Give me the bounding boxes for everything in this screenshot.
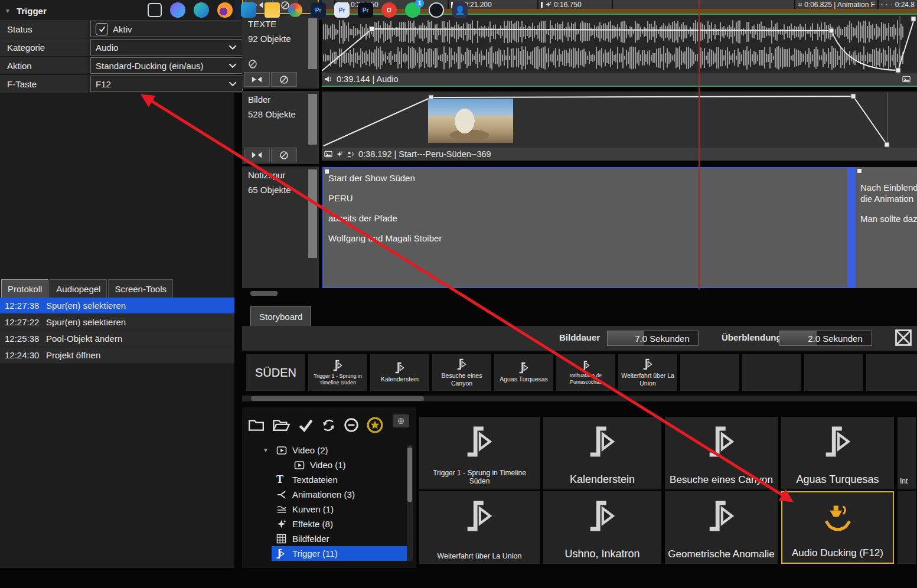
audio-clip-label[interactable]: 0:39.144 | Audio	[322, 73, 917, 86]
track-header-texte[interactable]: TEXTE 92 Objekte	[242, 15, 319, 89]
copilot-icon[interactable]	[170, 2, 185, 18]
open-folder-icon[interactable]	[272, 418, 291, 432]
animation-clip-marker[interactable]: 0:06.825 | Animation F	[795, 0, 877, 9]
clip-thumbnail[interactable]	[428, 99, 513, 143]
track-header-notizspur[interactable]: Notizspur 65 Objekte	[242, 166, 319, 288]
premiere-icon[interactable]: Pr	[311, 2, 326, 18]
scrollbar-thumb[interactable]	[407, 447, 412, 502]
new-folder-icon[interactable]	[248, 418, 265, 432]
track-solo-button[interactable]	[244, 148, 270, 162]
tree-scrollbar[interactable]	[407, 445, 413, 561]
playhead[interactable]	[699, 0, 700, 289]
clip-marker[interactable]: 0:24.8	[879, 0, 917, 9]
track-disable-button[interactable]	[271, 72, 297, 87]
pool-tile-kalenderstein[interactable]: Kalenderstein	[543, 417, 661, 489]
check-icon[interactable]	[298, 417, 314, 433]
pool-tile-weiterfahrt[interactable]: Weiterfahrt über La Union	[419, 491, 540, 564]
crossfade-off-icon[interactable]	[895, 329, 912, 347]
track-scrollbar[interactable]	[308, 94, 317, 145]
sync-icon[interactable]	[321, 418, 336, 433]
selection-handle[interactable]	[324, 169, 329, 174]
minus-circle-icon[interactable]	[344, 417, 359, 433]
status-checkbox-field[interactable]: Aktiv	[90, 21, 243, 37]
storyboard-item[interactable]: Aguas Turquesas	[494, 354, 553, 391]
storyboard-scrollbar[interactable]	[242, 396, 917, 401]
tree-item-trigger[interactable]: Trigger (11)	[272, 546, 412, 561]
storyboard-group-header[interactable]: SÜDEN	[246, 354, 305, 391]
scrollbar-thumb[interactable]	[251, 396, 424, 401]
tree-item-animationen[interactable]: Animationen (3)	[242, 487, 416, 502]
pool-tile-partial[interactable]: Int	[898, 417, 916, 489]
aktion-dropdown[interactable]: Standard-Ducking (ein/aus)	[90, 57, 243, 74]
log-entry[interactable]: 12:27:22Spur(en) selektieren	[0, 314, 234, 331]
ftaste-dropdown[interactable]: F12	[90, 76, 243, 92]
storyboard-item[interactable]: Besuche eines Canyon	[432, 354, 491, 391]
storyboard-empty-slot[interactable]	[866, 354, 917, 391]
track-header-bilder[interactable]: Bilder 528 Objekte	[242, 91, 319, 164]
tree-item-bildfelder[interactable]: Bildfelder	[242, 531, 416, 546]
mute-icon[interactable]	[248, 59, 257, 68]
pool-tile-geometrische[interactable]: Geometrische Anomalie	[665, 491, 778, 564]
tab-protokoll[interactable]: Protokoll	[1, 279, 48, 298]
audio-clip[interactable]: 0:39.144 | Audio	[322, 14, 917, 87]
log-entry[interactable]: 12:25:38Pool-Objekt ändern	[0, 331, 234, 347]
ueberblendung-input[interactable]: 2.0 Sekunden	[779, 331, 872, 346]
storyboard-item[interactable]: Trigger 1 - Sprung in Timeline Süden	[308, 354, 367, 391]
time-marker[interactable]: 0:16.750	[539, 0, 612, 9]
note-item[interactable]: Start der Show Süden PERU abseits der Pf…	[322, 167, 849, 288]
opacity-envelope[interactable]	[324, 96, 887, 146]
track-scrollbar[interactable]	[308, 18, 317, 69]
photos-icon[interactable]	[288, 3, 302, 17]
track-scrollbar[interactable]	[308, 169, 317, 258]
contacts-icon[interactable]: 👤	[452, 2, 468, 18]
storyboard-item[interactable]: Intihuatana de Pomascochas	[556, 354, 615, 391]
storyboard-empty-slot[interactable]	[804, 354, 863, 391]
image-clip[interactable]: 0:38.192 | Start---Peru-Süden--369	[322, 92, 917, 161]
file-explorer-icon[interactable]	[265, 2, 280, 18]
onedrive-icon[interactable]	[241, 2, 256, 18]
log-entry[interactable]: 12:27:38Spur(en) selektieren	[0, 298, 234, 314]
premiere-light-icon[interactable]: Pr	[334, 2, 350, 18]
tab-screen-tools[interactable]: Screen-Tools	[108, 279, 173, 298]
add-button[interactable]: ⊕	[393, 414, 409, 427]
storyboard-empty-slot[interactable]	[742, 354, 801, 391]
tree-item-textdateien[interactable]: T Textdateien	[242, 472, 416, 487]
dark-circle-app-icon[interactable]	[429, 2, 444, 18]
pool-tile-aguas-turquesas[interactable]: Aguas Turquesas	[781, 417, 894, 489]
track-disable-button[interactable]	[271, 148, 297, 162]
tree-item-video-2[interactable]: ▼ Video (2)	[242, 443, 416, 458]
storyboard-item[interactable]: Kalenderstein	[370, 354, 429, 391]
note-boundary-marker[interactable]	[849, 167, 856, 288]
expander-icon[interactable]: ▼	[263, 447, 269, 453]
pool-tile-audio-ducking[interactable]: Audio Ducking (F12)	[781, 491, 894, 564]
messenger-icon[interactable]: 1	[405, 2, 420, 18]
storyboard-empty-slot[interactable]	[680, 354, 739, 391]
tree-item-kurven[interactable]: Kurven (1)	[242, 502, 416, 517]
star-filter-icon[interactable]	[367, 417, 383, 433]
pool-tile-besuche-canyon[interactable]: Besuche eines Canyon	[665, 417, 778, 489]
pool-tile-trigger1[interactable]: Trigger 1 - Sprung in Timeline Süden	[419, 417, 540, 489]
selection-handle[interactable]	[857, 168, 862, 174]
tree-item-effekte[interactable]: Effekte (8)	[242, 517, 416, 531]
edge-icon[interactable]	[194, 2, 209, 18]
firefox-icon[interactable]	[217, 2, 233, 18]
image-clip-label[interactable]: 0:38.192 | Start---Peru-Süden--369	[322, 148, 917, 161]
horizontal-scrollbar-thumb[interactable]	[250, 291, 278, 296]
pool-tile-empty[interactable]	[898, 491, 916, 564]
tab-storyboard[interactable]: Storyboard	[250, 306, 311, 326]
pool-tile-ushno[interactable]: Ushno, Inkatron	[543, 491, 661, 564]
bilddauer-input[interactable]: 7.0 Sekunden	[607, 331, 699, 346]
note-item[interactable]: Nach Einblendu die Animation Man sollte …	[856, 167, 917, 288]
panel-header[interactable]: ▼ Trigger	[5, 6, 47, 16]
kategorie-dropdown[interactable]: Audio	[90, 39, 243, 55]
opera-icon[interactable]: O	[381, 2, 397, 18]
track-solo-button[interactable]	[244, 72, 270, 87]
tree-item-video-1[interactable]: Video (1)	[242, 458, 416, 472]
collapse-triangle-icon[interactable]: ▼	[5, 8, 11, 14]
checkbox-checked-icon[interactable]	[96, 23, 108, 35]
tab-audiopegel[interactable]: Audiopegel	[50, 279, 107, 298]
premiere-dark-icon[interactable]: Pr	[358, 2, 373, 18]
task-view-icon[interactable]	[148, 3, 162, 17]
log-entry[interactable]: 12:24:30Projekt öffnen	[0, 347, 234, 364]
storyboard-item[interactable]: Weiterfahrt über La Union	[618, 354, 677, 391]
